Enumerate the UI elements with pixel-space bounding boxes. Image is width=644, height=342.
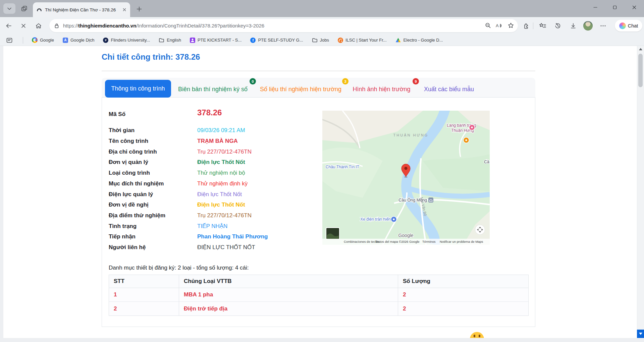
- detail-value: Điện lực Thốt Nốt: [197, 159, 245, 166]
- plus-icon: [136, 6, 142, 12]
- map-pan-control[interactable]: [475, 225, 485, 235]
- bookmark-google-dich[interactable]: A Google Dịch: [63, 38, 95, 43]
- detail-value: 378.26: [197, 108, 222, 117]
- bookmark-english-folder[interactable]: English: [159, 37, 181, 43]
- map-area-label: THUẬN HƯNG: [393, 133, 429, 137]
- scrollbar-up-arrow[interactable]: [639, 48, 642, 50]
- badge-ky-so: 0: [250, 78, 256, 84]
- bookmark-pte-selfstudy[interactable]: f PTE SELF-STUDY G...: [250, 38, 303, 43]
- chevron-down-icon: [7, 6, 12, 11]
- history-button[interactable]: [552, 20, 564, 32]
- equipment-table: STT Chủng Loại VTTB Số Lượng 1 MBA 1 pha…: [109, 275, 529, 316]
- map-bridge-icon: [428, 197, 433, 203]
- detail-value: Thử nghiệm định kỳ: [197, 180, 248, 187]
- detail-value: ĐIỆN LỰC THỐT NỐT: [197, 244, 255, 251]
- tab-bien-ban-ky-so[interactable]: Biên bản thí nghiệm ký số: [179, 85, 247, 94]
- downloads-icon: [570, 22, 577, 29]
- extensions-icon: [523, 22, 530, 30]
- downloads-button[interactable]: [568, 20, 579, 32]
- lock-icon[interactable]: [53, 22, 60, 29]
- address-bar[interactable]: https://thinghiemdiencantho.vn/Informati…: [49, 19, 518, 32]
- detail-label: Tên công trình: [109, 137, 148, 145]
- maximize-button[interactable]: [605, 0, 625, 15]
- scrollbar-down-arrow[interactable]: [637, 330, 644, 338]
- workspaces-button[interactable]: [19, 4, 29, 13]
- tab-search-button[interactable]: [3, 3, 15, 14]
- bookmark-google[interactable]: Google: [32, 37, 54, 43]
- home-button[interactable]: [33, 20, 44, 32]
- detail-label: Người liên hệ: [109, 244, 146, 251]
- ilsc-icon: [338, 38, 343, 43]
- collections-button[interactable]: [537, 20, 548, 32]
- more-menu-button[interactable]: [597, 20, 609, 32]
- profile-avatar[interactable]: [583, 21, 593, 31]
- tab-xuat-bieu-mau[interactable]: Xuất các biểu mẫu: [425, 85, 473, 94]
- tab-close-icon[interactable]: [122, 7, 127, 12]
- map-poi-blue-icon[interactable]: [391, 217, 397, 222]
- badge-hinh-anh: 9: [413, 78, 419, 84]
- bookmark-ilsc[interactable]: ILSC | Start Your Fr...: [338, 38, 387, 43]
- table-row[interactable]: 1 MBA 1 pha 2: [109, 288, 528, 302]
- map-poi-label: Xe điện trần hiển: [360, 217, 391, 222]
- tab-thong-tin-cong-trinh[interactable]: Thông tin công trình: [105, 80, 171, 98]
- map-attribution[interactable]: Términos: [422, 240, 436, 243]
- read-aloud-button[interactable]: A: [494, 21, 504, 30]
- map-poi-orange-icon[interactable]: [464, 137, 469, 143]
- bookmark-electro-drive[interactable]: Electro - Google D...: [395, 37, 443, 43]
- new-tab-button[interactable]: [134, 5, 144, 13]
- zoom-out-button[interactable]: [483, 21, 493, 30]
- google-map[interactable]: THUẬN HƯNG Làng bánh tráng Thuận Hưng Ch…: [322, 111, 490, 245]
- detail-value: TIẾP NHẬN: [197, 223, 227, 230]
- detail-label: Mã Số: [109, 111, 125, 118]
- sidebar-toggle-button[interactable]: [5, 37, 14, 44]
- facebook-icon: f: [250, 38, 256, 43]
- google-icon: [32, 37, 38, 43]
- table-row[interactable]: 2 Điện trở tiếp địa 2: [109, 302, 528, 316]
- tab-so-lieu-hien-truong[interactable]: Số liệu thí nghiệm hiện trường: [263, 85, 339, 94]
- browser-tab[interactable]: Thí Nghiệm Điện Cần Thơ - 378.26: [33, 2, 130, 17]
- copilot-chat-button[interactable]: Chat: [615, 20, 642, 32]
- table-header-row: STT Chủng Loại VTTB Số Lượng: [109, 275, 528, 288]
- map-poi-pink-icon[interactable]: [469, 125, 475, 130]
- back-button[interactable]: [3, 20, 14, 32]
- window-left-edge: [0, 46, 3, 342]
- flinders-icon: F: [103, 38, 108, 43]
- favorite-button[interactable]: [506, 21, 516, 30]
- map-satellite-thumbnail[interactable]: [326, 228, 339, 239]
- scrollbar-thumb[interactable]: [638, 54, 643, 87]
- divider: [102, 71, 535, 71]
- copilot-icon: [619, 22, 626, 29]
- svg-text:A: A: [496, 23, 499, 28]
- map-partial-label: Cầ: [484, 160, 489, 164]
- bookmark-jobs-folder[interactable]: Jobs: [312, 37, 329, 43]
- extensions-button[interactable]: [521, 20, 532, 32]
- cell-qty: 2: [398, 288, 529, 301]
- zoom-out-icon: [485, 22, 491, 29]
- more-menu-icon: [600, 23, 606, 29]
- detail-value: Điện lực Thốt Nốt: [197, 201, 245, 209]
- bookmark-pte-kickstart[interactable]: PTE KICKSTART - S...: [190, 38, 241, 43]
- detail-label: Địa điểm thử nghiệm: [109, 212, 165, 219]
- map-attribution[interactable]: Notificar un problema de Maps: [440, 240, 483, 243]
- map-poi-label: Châu Thành Tín IT: [326, 165, 360, 169]
- collections-icon: [539, 22, 546, 30]
- col-header-so-luong: Số Lượng: [398, 275, 529, 288]
- window-bottom-edge: [0, 338, 644, 342]
- history-icon: [554, 22, 561, 30]
- close-button[interactable]: [625, 0, 644, 15]
- col-header-stt: STT: [109, 275, 179, 288]
- map-attribution[interactable]: Combinaciones de teclas: [344, 240, 379, 243]
- tab-hinh-anh-hien-truong[interactable]: Hình ảnh hiện trường: [355, 85, 409, 94]
- sidebar-icon: [6, 37, 13, 44]
- minimize-button[interactable]: [586, 0, 605, 15]
- bookmark-flinders[interactable]: F Flinders University...: [103, 38, 150, 43]
- detail-value: TRẠM BÀ NGA: [197, 137, 238, 145]
- detail-value: Trụ 227/70/12-476TN: [197, 212, 252, 219]
- cell-qty: 2: [398, 302, 529, 316]
- stop-button[interactable]: [18, 20, 29, 32]
- bookmarks-bar: Google A Google Dịch F Flinders Universi…: [0, 35, 644, 46]
- badge-so-lieu: 3: [342, 78, 348, 84]
- toolbar-divider: [533, 22, 533, 29]
- scrollbar-track[interactable]: [637, 46, 644, 338]
- detail-label: Mục đích thí nghiệm: [109, 180, 164, 187]
